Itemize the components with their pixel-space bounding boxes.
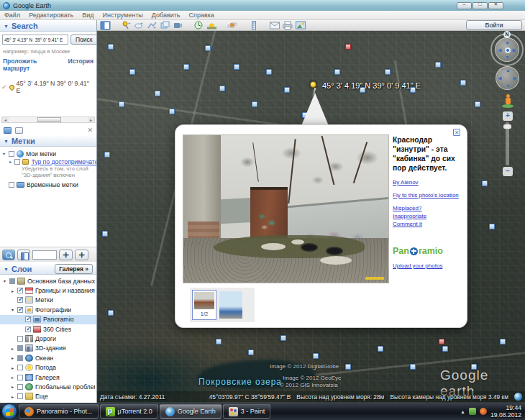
panoramio-map-icon[interactable] — [234, 64, 239, 70]
search-input[interactable] — [2, 35, 68, 45]
north-indicator[interactable]: N — [503, 31, 511, 38]
layer-row[interactable]: Погода — [0, 363, 96, 373]
map-viewport[interactable]: ▲ ▼ ◀ ▶ N ▲ ▼ ◀ ▶ + − 45° 3' 4.19" N 39°… — [97, 31, 525, 403]
toggle-sidebar-icon[interactable] — [100, 21, 111, 30]
layer-checkbox[interactable] — [17, 375, 23, 380]
add-polygon-icon[interactable]: + — [134, 21, 145, 30]
layer-row[interactable]: Panoramio — [0, 315, 96, 324]
move-right-icon[interactable]: ▶ — [513, 76, 517, 81]
taskbar-button-utorrent[interactable]: µTorrent 2.0 — [100, 404, 158, 419]
places-filter-input[interactable] — [32, 250, 57, 260]
layer-row[interactable]: Еще — [0, 392, 96, 401]
yellow-pushpin-icon[interactable] — [310, 81, 316, 88]
expander-icon[interactable]: ▸ — [9, 159, 12, 164]
panoramio-map-icon[interactable] — [385, 69, 391, 75]
toggle-panel-button[interactable] — [17, 250, 30, 260]
layer-row[interactable]: Метки — [0, 296, 96, 305]
look-up-icon[interactable]: ▲ — [505, 40, 510, 45]
sunlight-icon[interactable] — [206, 21, 217, 30]
author-link[interactable]: By Alenov — [393, 179, 462, 186]
misplaced-link[interactable]: Misplaced? — [393, 205, 462, 211]
panoramio-map-icon[interactable] — [334, 69, 340, 75]
panoramio-map-icon[interactable] — [219, 86, 225, 91]
taskbar-button-panoramio[interactable]: Panoramio - Phot... — [19, 404, 99, 419]
look-left-icon[interactable]: ◀ — [498, 47, 501, 52]
layer-row[interactable]: 360 Cities — [0, 324, 96, 334]
menu-item[interactable]: Добавить — [152, 12, 181, 19]
add-placemark-icon[interactable]: + — [121, 21, 132, 30]
move-joystick[interactable]: ▲ ▼ ◀ ▶ — [496, 66, 519, 90]
layer-checkbox[interactable] — [17, 288, 23, 293]
panoramio-map-icon[interactable] — [313, 353, 319, 359]
record-tour-icon[interactable] — [173, 21, 183, 30]
layer-row[interactable]: Дороги — [0, 334, 96, 343]
panoramio-map-icon[interactable] — [102, 231, 108, 237]
clear-results-icon[interactable]: ✕ — [87, 127, 93, 134]
maximize-button[interactable] — [472, 2, 488, 9]
menu-item[interactable]: Справка — [189, 12, 214, 19]
comment-link[interactable]: Comment it — [393, 221, 462, 227]
panoramio-map-icon[interactable] — [183, 64, 189, 70]
panoramio-map-icon[interactable] — [155, 91, 160, 96]
panoramio-map-icon[interactable] — [475, 101, 480, 107]
history-link[interactable]: История — [68, 58, 93, 72]
tray-icon-red[interactable] — [480, 408, 487, 415]
move-down-icon[interactable]: ▼ — [506, 83, 511, 88]
panoramio-map-icon[interactable] — [108, 310, 114, 316]
layers-panel-header[interactable]: ▼ Слои Галерея » — [0, 263, 96, 275]
layer-row[interactable]: Фотографии — [0, 305, 96, 314]
tray-icon-green[interactable] — [469, 408, 476, 415]
layer-row[interactable]: Основная база данных — [0, 276, 96, 286]
expander-icon[interactable]: ▾ — [1, 151, 6, 156]
scroll-left-arrow-icon[interactable]: ◂ — [2, 117, 9, 122]
layer-row[interactable]: 3D-здания — [0, 344, 96, 353]
save-image-icon[interactable] — [295, 21, 306, 30]
horizontal-scrollbar[interactable]: ◂ ▸ — [1, 117, 95, 123]
layer-checkbox[interactable] — [25, 316, 31, 322]
expander-icon[interactable] — [2, 278, 7, 283]
thumbnail-1[interactable]: 1/2 — [192, 290, 216, 320]
fly-to-location-link[interactable]: Fly to this photo's location — [393, 192, 462, 198]
tour-checkbox[interactable] — [14, 159, 20, 165]
add-path-icon[interactable]: + — [147, 21, 158, 30]
gallery-button[interactable]: Галерея » — [55, 264, 93, 274]
my-places-row[interactable]: ▾ Мои метки — [1, 150, 96, 158]
menu-item[interactable]: Инструменты — [103, 12, 143, 19]
panoramio-map-icon[interactable] — [104, 152, 110, 158]
move-up-icon[interactable]: ▲ — [506, 68, 511, 73]
scrollbar-thumb[interactable] — [37, 117, 61, 122]
copy-result-icon[interactable] — [15, 127, 23, 134]
layer-checkbox[interactable] — [17, 393, 23, 399]
menu-item[interactable]: Редактировать — [29, 12, 73, 19]
menu-item[interactable]: Вид — [82, 12, 93, 19]
planets-icon[interactable] — [227, 21, 238, 30]
thumbnail-2[interactable] — [219, 291, 242, 319]
look-right-icon[interactable]: ▶ — [513, 47, 516, 52]
360cities-map-icon[interactable] — [439, 339, 444, 344]
look-joystick[interactable]: ▲ ▼ ◀ ▶ — [495, 37, 519, 62]
zoom-out-button[interactable]: − — [503, 167, 513, 176]
panoramio-map-icon[interactable] — [169, 109, 175, 114]
expand-all-button[interactable]: ✛ — [59, 250, 73, 260]
layer-row[interactable]: Глобальные проблемы и и... — [0, 382, 96, 391]
search-result-row[interactable]: ✓ 45° 3' 4.19" N 39° 0' 9.41" E — [0, 74, 96, 96]
temporary-places-row[interactable]: Временные метки — [1, 181, 96, 188]
layer-checkbox[interactable] — [17, 345, 23, 351]
panoramio-map-icon[interactable] — [489, 224, 495, 229]
layer-row[interactable]: Границы и названия — [0, 286, 96, 295]
window-titlebar[interactable]: Google Earth — [0, 0, 525, 11]
taskbar-button-paint[interactable]: 3 - Paint — [223, 404, 271, 419]
expander-icon[interactable] — [10, 365, 15, 370]
panoramio-map-icon[interactable] — [500, 339, 506, 344]
temporary-places-checkbox[interactable] — [9, 182, 14, 188]
expander-icon[interactable] — [10, 346, 15, 351]
layer-checkbox[interactable] — [17, 336, 23, 342]
layer-checkbox[interactable] — [9, 278, 15, 284]
zoom-slider-thumb[interactable] — [503, 124, 511, 129]
expander-icon[interactable] — [10, 355, 15, 360]
expander-icon[interactable] — [10, 384, 15, 389]
taskbar-button-google-earth[interactable]: Google Earth — [160, 404, 222, 419]
expander-icon[interactable] — [10, 375, 15, 380]
print-icon[interactable] — [282, 21, 293, 30]
sign-in-button[interactable]: Войти — [466, 20, 522, 30]
